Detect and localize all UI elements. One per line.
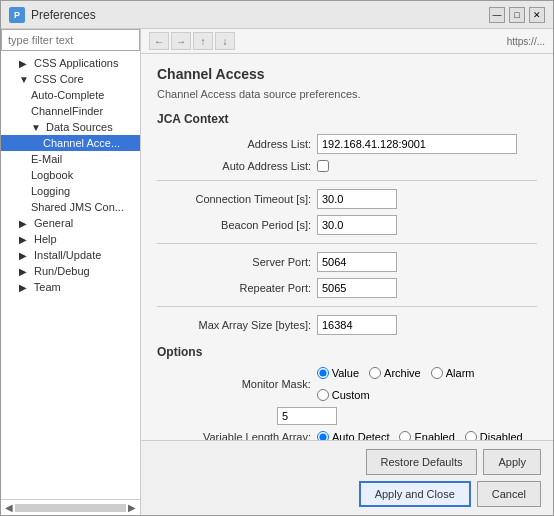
toggle-icon: ▶ xyxy=(19,250,31,261)
auto-address-list-row: Auto Address List: xyxy=(157,160,537,172)
toggle-icon: ▼ xyxy=(31,122,43,133)
var-length-enabled-radio[interactable] xyxy=(399,431,411,440)
divider xyxy=(157,180,537,181)
sidebar-tree: ▶ CSS Applications ▼ CSS Core Auto-Compl… xyxy=(1,51,140,499)
apply-close-button[interactable]: Apply and Close xyxy=(359,481,471,507)
sidebar-item-logbook[interactable]: Logbook xyxy=(1,167,140,183)
conn-timeout-row: Connection Timeout [s]: xyxy=(157,189,537,209)
sidebar-item-channel-finder[interactable]: ChannelFinder xyxy=(1,103,140,119)
back-button[interactable]: ← xyxy=(149,32,169,50)
scroll-right-icon[interactable]: ▶ xyxy=(128,502,136,513)
monitor-custom-option[interactable]: Custom xyxy=(317,389,370,401)
monitor-value-label: Value xyxy=(332,367,359,379)
custom-value-input[interactable] xyxy=(277,407,337,425)
maximize-button[interactable]: □ xyxy=(509,7,525,23)
max-array-label: Max Array Size [bytes]: xyxy=(157,319,317,331)
var-length-auto-label: Auto Detect xyxy=(332,431,389,440)
sidebar-item-team[interactable]: ▶ Team xyxy=(1,279,140,295)
custom-value-row xyxy=(157,407,537,425)
repeater-port-label: Repeater Port: xyxy=(157,282,317,294)
sidebar-item-data-sources[interactable]: ▼ Data Sources xyxy=(1,119,140,135)
down-icon: ↓ xyxy=(223,36,228,47)
minimize-button[interactable]: — xyxy=(489,7,505,23)
beacon-period-input[interactable] xyxy=(317,215,397,235)
var-length-row: Variable Length Array: Auto Detect Enabl… xyxy=(157,431,537,440)
options-section-title: Options xyxy=(157,345,537,359)
app-icon: P xyxy=(9,7,25,23)
var-length-disabled-option[interactable]: Disabled xyxy=(465,431,523,440)
title-bar-left: P Preferences xyxy=(9,7,96,23)
sidebar-item-shared-jms[interactable]: Shared JMS Con... xyxy=(1,199,140,215)
max-array-row: Max Array Size [bytes]: xyxy=(157,315,537,335)
title-controls: — □ ✕ xyxy=(489,7,545,23)
sidebar-item-css-applications[interactable]: ▶ CSS Applications xyxy=(1,55,140,71)
sidebar-item-help[interactable]: ▶ Help xyxy=(1,231,140,247)
monitor-custom-radio[interactable] xyxy=(317,389,329,401)
top-nav: ← → ↑ ↓ https://... xyxy=(141,29,553,54)
conn-timeout-label: Connection Timeout [s]: xyxy=(157,193,317,205)
restore-defaults-button[interactable]: Restore Defaults xyxy=(366,449,478,475)
monitor-mask-radio-group: Value Archive Alarm xyxy=(317,367,537,401)
up-button[interactable]: ↑ xyxy=(193,32,213,50)
monitor-alarm-label: Alarm xyxy=(446,367,475,379)
app-icon-text: P xyxy=(14,10,20,20)
max-array-input[interactable] xyxy=(317,315,397,335)
monitor-archive-label: Archive xyxy=(384,367,421,379)
var-length-auto-radio[interactable] xyxy=(317,431,329,440)
panel-title: Channel Access xyxy=(157,66,537,82)
close-button[interactable]: ✕ xyxy=(529,7,545,23)
server-port-row: Server Port: xyxy=(157,252,537,272)
forward-button[interactable]: → xyxy=(171,32,191,50)
sidebar-item-install-update[interactable]: ▶ Install/Update xyxy=(1,247,140,263)
window-title: Preferences xyxy=(31,8,96,22)
scroll-left-icon[interactable]: ◀ xyxy=(5,502,13,513)
toggle-icon: ▶ xyxy=(19,234,31,245)
sidebar-item-css-core[interactable]: ▼ CSS Core xyxy=(1,71,140,87)
var-length-enabled-option[interactable]: Enabled xyxy=(399,431,454,440)
tree: ▶ CSS Applications ▼ CSS Core Auto-Compl… xyxy=(1,51,140,299)
bottom-row-1: Restore Defaults Apply xyxy=(153,449,541,475)
sidebar: ▶ CSS Applications ▼ CSS Core Auto-Compl… xyxy=(1,29,141,515)
scroll-thumb[interactable] xyxy=(15,504,126,512)
cancel-button[interactable]: Cancel xyxy=(477,481,541,507)
toggle-icon: ▼ xyxy=(19,74,31,85)
toggle-icon: ▶ xyxy=(19,58,31,69)
var-length-enabled-label: Enabled xyxy=(414,431,454,440)
monitor-value-radio[interactable] xyxy=(317,367,329,379)
down-button[interactable]: ↓ xyxy=(215,32,235,50)
sidebar-item-auto-complete[interactable]: Auto-Complete xyxy=(1,87,140,103)
var-length-label: Variable Length Array: xyxy=(157,431,317,440)
sidebar-item-run-debug[interactable]: ▶ Run/Debug xyxy=(1,263,140,279)
var-length-radio-group: Auto Detect Enabled Disabled xyxy=(317,431,523,440)
options-section: Options Monitor Mask: Value Archive xyxy=(157,345,537,440)
server-port-label: Server Port: xyxy=(157,256,317,268)
sidebar-item-general[interactable]: ▶ General xyxy=(1,215,140,231)
sidebar-item-email[interactable]: E-Mail xyxy=(1,151,140,167)
sidebar-item-logging[interactable]: Logging xyxy=(1,183,140,199)
monitor-archive-radio[interactable] xyxy=(369,367,381,379)
monitor-archive-option[interactable]: Archive xyxy=(369,367,421,379)
up-icon: ↑ xyxy=(201,36,206,47)
auto-address-list-checkbox[interactable] xyxy=(317,160,329,172)
apply-button[interactable]: Apply xyxy=(483,449,541,475)
repeater-port-input[interactable] xyxy=(317,278,397,298)
main-panel: Channel Access Channel Access data sourc… xyxy=(141,54,553,440)
beacon-period-row: Beacon Period [s]: xyxy=(157,215,537,235)
server-port-input[interactable] xyxy=(317,252,397,272)
var-length-disabled-radio[interactable] xyxy=(465,431,477,440)
conn-timeout-input[interactable] xyxy=(317,189,397,209)
var-length-disabled-label: Disabled xyxy=(480,431,523,440)
filter-input[interactable] xyxy=(1,29,140,51)
bottom-row-2: Apply and Close Cancel xyxy=(153,481,541,507)
sidebar-item-channel-access[interactable]: Channel Acce... xyxy=(1,135,140,151)
monitor-alarm-radio[interactable] xyxy=(431,367,443,379)
toggle-icon: ▶ xyxy=(19,282,31,293)
var-length-auto-option[interactable]: Auto Detect xyxy=(317,431,389,440)
address-list-input[interactable] xyxy=(317,134,517,154)
title-bar: P Preferences — □ ✕ xyxy=(1,1,553,29)
monitor-value-option[interactable]: Value xyxy=(317,367,359,379)
content-area: ▶ CSS Applications ▼ CSS Core Auto-Compl… xyxy=(1,29,553,515)
monitor-alarm-option[interactable]: Alarm xyxy=(431,367,475,379)
repeater-port-row: Repeater Port: xyxy=(157,278,537,298)
monitor-mask-row: Monitor Mask: Value Archive xyxy=(157,367,537,401)
